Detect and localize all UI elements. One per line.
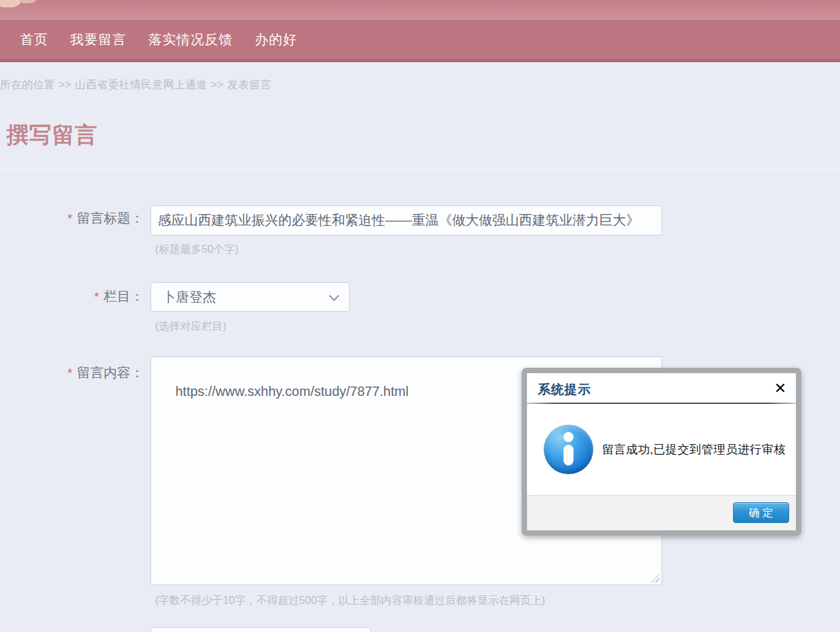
- section-divider: [0, 168, 840, 169]
- dialog-message: 留言成功,已提交到管理员进行审核: [602, 441, 786, 457]
- confirm-button[interactable]: 确 定: [733, 502, 789, 523]
- top-banner: [0, 0, 840, 20]
- dialog-title: 系统提示: [538, 383, 591, 397]
- message-content-hint: (字数不得少于10字，不得超过500字，以上全部内容审核通过后都将显示在网页上): [155, 594, 545, 608]
- nav-item-well-done[interactable]: 办的好: [255, 31, 297, 49]
- close-icon[interactable]: ✕: [774, 381, 786, 396]
- message-content-label: *留言内容：: [0, 364, 144, 381]
- main-nav: 首页 我要留言 落实情况反馈 办的好: [0, 20, 840, 62]
- dialog-content: 系统提示 ✕ 留言成功,已提交到管理员进行审核 确 定: [527, 373, 796, 530]
- next-field-input[interactable]: [150, 627, 371, 632]
- message-content-label-text: 留言内容：: [77, 365, 144, 380]
- required-mark: *: [68, 212, 72, 225]
- message-title-hint: (标题最多50个字): [155, 243, 238, 257]
- page-title: 撰写留言: [7, 120, 98, 150]
- info-icon-dot: [564, 432, 574, 442]
- message-title-label-text: 留言标题：: [77, 211, 144, 225]
- message-title-label: *留言标题：: [0, 210, 144, 227]
- message-title-input[interactable]: [150, 205, 662, 235]
- system-prompt-dialog: 系统提示 ✕ 留言成功,已提交到管理员进行审核 确 定: [522, 368, 801, 536]
- page: 首页 我要留言 落实情况反馈 办的好 所在的位置 >> 山西省委社情民意网上通道…: [0, 0, 840, 632]
- nav-item-implementation-feedback[interactable]: 落实情况反馈: [148, 31, 233, 49]
- chevron-down-icon: [329, 291, 340, 302]
- nav-item-leave-message[interactable]: 我要留言: [70, 31, 126, 49]
- info-icon-stem: [564, 445, 574, 465]
- message-content-text: https://www.sxhhy.com/study/7877.html: [175, 384, 409, 399]
- category-hint: (选择对应栏目): [155, 320, 227, 334]
- nav-item-home[interactable]: 首页: [20, 31, 48, 49]
- dialog-body: 留言成功,已提交到管理员进行审核: [527, 404, 796, 495]
- resize-handle-icon[interactable]: [651, 574, 659, 583]
- category-label: *栏目：: [0, 288, 144, 305]
- required-mark: *: [94, 290, 99, 304]
- category-select[interactable]: 卜唐登杰: [150, 282, 350, 312]
- info-icon: [544, 425, 593, 474]
- dialog-header: 系统提示 ✕: [527, 373, 796, 403]
- dialog-footer: 确 定: [527, 495, 796, 530]
- cloud-decoration: [0, 0, 48, 15]
- category-select-value: 卜唐登杰: [163, 288, 216, 306]
- category-label-text: 栏目：: [104, 289, 144, 304]
- required-mark: *: [68, 366, 72, 380]
- breadcrumb: 所在的位置 >> 山西省委社情民意网上通道 >> 发表留言: [0, 78, 272, 92]
